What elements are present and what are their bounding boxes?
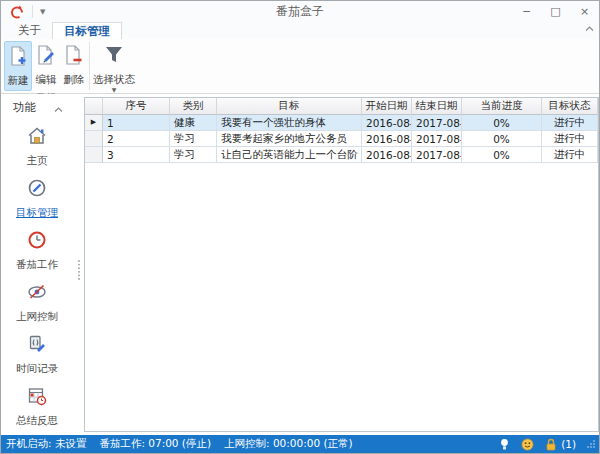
header-selector-cell bbox=[85, 98, 103, 115]
cell-goal[interactable]: 让自己的英语能力上一个台阶 bbox=[217, 147, 362, 163]
resize-grip[interactable] bbox=[587, 440, 595, 448]
quick-access-toolbar: ▼ bbox=[1, 5, 48, 19]
sidebar-collapse-icon[interactable] bbox=[54, 98, 63, 117]
sidebar-item-goal-management[interactable]: 目标管理 bbox=[16, 177, 58, 220]
dropdown-caret-icon: ▼ bbox=[112, 88, 117, 92]
edit-document-icon bbox=[35, 44, 57, 70]
lock-count: (1) bbox=[561, 438, 576, 450]
column-header-seq[interactable]: 序号 bbox=[103, 98, 170, 115]
time-record-icon bbox=[26, 333, 48, 359]
minimize-button[interactable]: ─ bbox=[512, 1, 541, 22]
cell-status[interactable]: 进行中 bbox=[542, 115, 598, 131]
ribbon-group-divider bbox=[89, 42, 90, 90]
cell-progress[interactable]: 0% bbox=[462, 147, 542, 163]
table-row[interactable]: ▶ 1 健康 我要有一个强壮的身体 2016-08-21 2017-08-21 … bbox=[85, 115, 598, 131]
row-selector-cell[interactable]: ▶ bbox=[85, 115, 103, 131]
cell-seq[interactable]: 3 bbox=[103, 147, 170, 163]
window-title: 番茄盒子 bbox=[1, 3, 599, 20]
column-header-end-date[interactable]: 结束日期 bbox=[412, 98, 462, 115]
eye-slash-icon bbox=[26, 281, 48, 307]
grid-panel: 序号 类别 目标 开始日期 结束日期 当前进度 目标状态 ▶ 1 健康 我要有一… bbox=[84, 94, 599, 435]
sidebar-item-summary-review[interactable]: 总结反思 bbox=[16, 385, 58, 428]
cell-start-date[interactable]: 2016-08-21 bbox=[362, 115, 412, 131]
tab-goal-management[interactable]: 目标管理 bbox=[52, 22, 122, 39]
table-row[interactable]: 2 学习 我要考起家乡的地方公务员 2016-08-21 2017-08-21 … bbox=[85, 131, 598, 147]
column-header-status[interactable]: 目标状态 bbox=[542, 98, 598, 115]
main-content: 功能 主页 bbox=[1, 94, 599, 435]
sidebar-header: 功能 bbox=[1, 94, 84, 119]
lock-icon[interactable] bbox=[545, 438, 557, 451]
maximize-button[interactable]: □ bbox=[541, 1, 570, 22]
ribbon: 新建 编辑 bbox=[1, 39, 599, 94]
smiley-face-icon[interactable] bbox=[521, 438, 534, 451]
sidebar-splitter-handle[interactable] bbox=[77, 259, 81, 285]
app-logo-tomato-icon bbox=[10, 5, 24, 19]
row-selector-cell[interactable] bbox=[85, 131, 103, 147]
table-row[interactable]: 3 学习 让自己的英语能力上一个台阶 2016-08-21 2017-08-21… bbox=[85, 147, 598, 163]
title-bar: ▼ 番茄盒子 ─ □ × bbox=[1, 1, 599, 22]
tab-about[interactable]: 关于 bbox=[7, 22, 52, 39]
new-document-icon bbox=[7, 45, 29, 71]
column-header-progress[interactable]: 当前进度 bbox=[462, 98, 542, 115]
sidebar-item-time-record[interactable]: 时间记录 bbox=[16, 333, 58, 376]
cell-goal[interactable]: 我要考起家乡的地方公务员 bbox=[217, 131, 362, 147]
cell-status[interactable]: 进行中 bbox=[542, 131, 598, 147]
ribbon-group-list: 选择状态 ▼ 列表 bbox=[91, 39, 137, 93]
lightbulb-icon[interactable] bbox=[499, 438, 510, 451]
status-startup: 开机启动: 未设置 bbox=[6, 437, 86, 451]
status-bar: 开机启动: 未设置 番茄工作: 07:00 (停止) 上网控制: 00:00:0… bbox=[1, 435, 599, 453]
cell-status[interactable]: 进行中 bbox=[542, 147, 598, 163]
sidebar-item-tomato-work[interactable]: 番茄工作 bbox=[16, 229, 58, 272]
current-row-marker-icon: ▶ bbox=[91, 119, 96, 126]
cell-end-date[interactable]: 2017-08-21 bbox=[412, 115, 462, 131]
cell-category[interactable]: 学习 bbox=[170, 131, 217, 147]
cell-seq[interactable]: 1 bbox=[103, 115, 170, 131]
sidebar-item-internet-control[interactable]: 上网控制 bbox=[16, 281, 58, 324]
column-header-category[interactable]: 类别 bbox=[170, 98, 217, 115]
home-icon bbox=[26, 125, 48, 151]
compass-icon bbox=[26, 177, 48, 203]
ribbon-tab-bar: 关于 目标管理 bbox=[1, 22, 599, 39]
sidebar: 功能 主页 bbox=[1, 94, 84, 435]
cell-start-date[interactable]: 2016-08-21 bbox=[362, 131, 412, 147]
qat-dropdown-icon[interactable]: ▼ bbox=[37, 8, 48, 16]
cell-progress[interactable]: 0% bbox=[462, 131, 542, 147]
column-header-goal[interactable]: 目标 bbox=[217, 98, 362, 115]
table-header-row: 序号 类别 目标 开始日期 结束日期 当前进度 目标状态 bbox=[85, 98, 598, 115]
cell-category[interactable]: 学习 bbox=[170, 147, 217, 163]
cell-seq[interactable]: 2 bbox=[103, 131, 170, 147]
cell-category[interactable]: 健康 bbox=[170, 115, 217, 131]
filter-funnel-icon bbox=[103, 44, 125, 70]
delete-document-icon bbox=[63, 44, 85, 70]
cell-start-date[interactable]: 2016-08-21 bbox=[362, 147, 412, 163]
sidebar-header-label: 功能 bbox=[13, 100, 36, 115]
cell-goal[interactable]: 我要有一个强壮的身体 bbox=[217, 115, 362, 131]
ribbon-group-goal: 新建 编辑 bbox=[1, 39, 88, 93]
cell-end-date[interactable]: 2017-08-21 bbox=[412, 147, 462, 163]
tomato-clock-icon bbox=[26, 229, 48, 255]
delete-button[interactable]: 删除 bbox=[60, 41, 88, 89]
row-selector-cell[interactable] bbox=[85, 147, 103, 163]
edit-button[interactable]: 编辑 bbox=[32, 41, 60, 89]
goals-table: 序号 类别 目标 开始日期 结束日期 当前进度 目标状态 ▶ 1 健康 我要有一… bbox=[84, 97, 599, 432]
cell-progress[interactable]: 0% bbox=[462, 115, 542, 131]
calendar-review-icon bbox=[26, 385, 48, 411]
cell-end-date[interactable]: 2017-08-21 bbox=[412, 131, 462, 147]
ribbon-collapse-icon[interactable] bbox=[585, 17, 594, 36]
status-tomato-work: 番茄工作: 07:00 (停止) bbox=[99, 437, 211, 451]
column-header-start-date[interactable]: 开始日期 bbox=[362, 98, 412, 115]
new-button[interactable]: 新建 bbox=[4, 41, 32, 91]
sidebar-item-home[interactable]: 主页 bbox=[26, 125, 48, 168]
select-status-button[interactable]: 选择状态 ▼ bbox=[91, 41, 137, 94]
divider bbox=[32, 5, 33, 18]
status-internet-control: 上网控制: 00:00:00 (正常) bbox=[224, 437, 353, 451]
app-window: ▼ 番茄盒子 ─ □ × 关于 目标管理 bbox=[0, 0, 600, 454]
